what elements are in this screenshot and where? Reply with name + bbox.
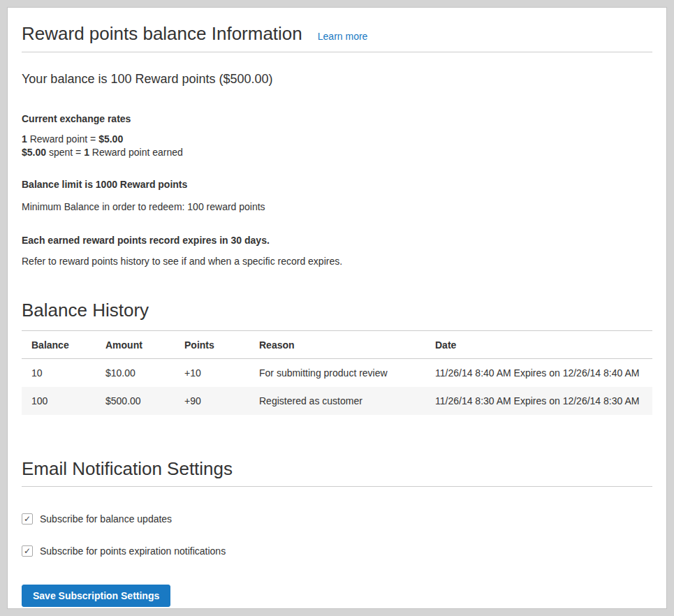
cell-date: 11/26/14 8:30 AM Expires on 12/26/14 8:3…: [428, 387, 652, 415]
balance-history-table: Balance Amount Points Reason Date 10 $10…: [22, 330, 652, 415]
expiration-text: Each earned reward points record expires…: [22, 235, 652, 246]
subscribe-expiration-row: ✓ Subscribe for points expiration notifi…: [22, 545, 652, 557]
save-subscription-settings-button[interactable]: Save Subscription Settings: [22, 585, 170, 607]
cell-points: +10: [177, 359, 252, 388]
minimum-balance-text: Minimum Balance in order to redeem: 100 …: [22, 201, 652, 212]
balance-limit-text: Balance limit is 1000 Reward points: [22, 179, 652, 190]
exchange-rates-text: 1 Reward point = $5.00 $5.00 spent = 1 R…: [22, 133, 652, 159]
subscribe-expiration-label[interactable]: Subscribe for points expiration notifica…: [40, 545, 226, 557]
col-header-points: Points: [177, 331, 252, 359]
subscribe-balance-updates-checkbox[interactable]: ✓: [22, 513, 33, 525]
page-title: Reward points balance Information: [22, 23, 302, 45]
balance-summary: Your balance is 100 Reward points ($500.…: [22, 72, 652, 87]
cell-amount: $500.00: [98, 387, 177, 415]
email-section-divider: [22, 486, 652, 487]
table-row: 100 $500.00 +90 Registered as customer 1…: [22, 387, 652, 415]
cell-amount: $10.00: [98, 359, 177, 388]
cell-points: +90: [177, 387, 252, 415]
cell-balance: 100: [22, 387, 98, 415]
page-header: Reward points balance Information Learn …: [22, 23, 652, 45]
learn-more-link[interactable]: Learn more: [318, 31, 368, 42]
subscribe-expiration-checkbox[interactable]: ✓: [22, 545, 33, 557]
header-divider: [22, 52, 652, 52]
col-header-date: Date: [428, 331, 652, 359]
col-header-reason: Reason: [252, 331, 428, 359]
table-header-row: Balance Amount Points Reason Date: [22, 331, 652, 359]
exchange-line1: 1 Reward point = $5.00: [22, 133, 123, 145]
expiration-note: Refer to reward points history to see if…: [22, 256, 652, 267]
col-header-amount: Amount: [98, 331, 177, 359]
exchange-line2: $5.00 spent = 1 Reward point earned: [22, 147, 183, 158]
cell-reason: Registered as customer: [252, 387, 428, 415]
cell-reason: For submitting product review: [252, 359, 428, 388]
balance-history-heading: Balance History: [22, 300, 652, 321]
exchange-rates-heading: Current exchange rates: [22, 113, 652, 124]
col-header-balance: Balance: [22, 331, 98, 359]
cell-date: 11/26/14 8:40 AM Expires on 12/26/14 8:4…: [428, 359, 652, 388]
table-row: 10 $10.00 +10 For submitting product rev…: [22, 359, 652, 388]
cell-balance: 10: [22, 359, 98, 388]
email-notification-heading: Email Notification Settings: [22, 458, 652, 480]
checkmark-icon: ✓: [24, 515, 31, 523]
reward-points-panel: Reward points balance Information Learn …: [7, 7, 667, 609]
subscribe-balance-updates-label[interactable]: Subscribe for balance updates: [40, 513, 172, 525]
subscribe-balance-updates-row: ✓ Subscribe for balance updates: [22, 513, 652, 525]
checkmark-icon: ✓: [24, 547, 31, 555]
